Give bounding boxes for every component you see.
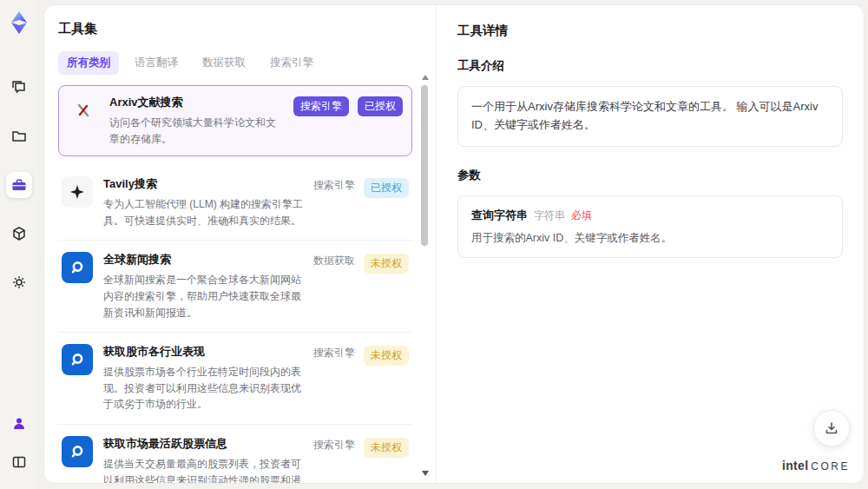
tool-description: 提供股票市场各个行业在特定时间段内的表现。投资者可以利用这些信息来识别表现优于或… [103, 364, 303, 413]
tool-description: 专为人工智能代理 (LLM) 构建的搜索引擎工具。可快速提供实时、准确和真实的结… [103, 196, 303, 228]
user-avatar[interactable] [6, 411, 32, 437]
intro-box: 一个用于从Arxiv存储库搜索科学论文和文章的工具。 输入可以是Arxiv ID… [457, 86, 843, 147]
tool-name: 获取市场最活跃股票信息 [103, 436, 303, 452]
app-sidebar [0, 0, 38, 489]
sidebar-item-settings[interactable] [6, 269, 32, 295]
category-label: 数据获取 [313, 254, 355, 268]
download-button[interactable] [813, 410, 850, 446]
intel-core-logo: intel CORE [782, 459, 850, 472]
param-required-badge: 必填 [571, 208, 592, 223]
category-label: 搜索引擎 [313, 178, 355, 193]
intro-text: 一个用于从Arxiv存储库搜索科学论文和文章的工具。 输入可以是Arxiv ID… [471, 98, 829, 135]
param-box: 查询字符串 字符串 必填 用于搜索的Arxiv ID、关键字或作者姓名。 [457, 195, 843, 258]
collapse-panel-button[interactable] [6, 449, 32, 475]
tool-description: 提供当天交易量最高的股票列表，投资者可以利用这些信息来识别流动性强的股票和潜在的… [103, 456, 303, 484]
tool-list-item-tavily[interactable]: Tavily搜索 专为人工智能代理 (LLM) 构建的搜索引擎工具。可快速提供实… [58, 165, 412, 241]
category-label: 搜索引擎 [313, 346, 355, 360]
tavily-logo-icon [62, 176, 93, 208]
tool-name: 全球新闻搜索 [103, 252, 303, 268]
tab-data-fetch[interactable]: 数据获取 [194, 51, 254, 75]
tab-all-categories[interactable]: 所有类别 [58, 51, 119, 75]
gear-icon [10, 274, 28, 291]
list-scrollbar[interactable] [420, 73, 429, 478]
page-title: 工具集 [58, 21, 412, 37]
tool-description: 全球新闻搜索是一个聚合全球各大新闻网站内容的搜索引擎，帮助用户快速获取全球最新资… [103, 272, 303, 320]
brand-secondary: CORE [811, 460, 850, 472]
briefcase-icon [10, 176, 28, 194]
tool-list-item-most-active-stocks[interactable]: 获取市场最活跃股票信息 提供当天交易量最高的股票列表，投资者可以利用这些信息来识… [58, 425, 412, 484]
finance-logo-icon [62, 344, 93, 375]
tool-name: Tavily搜索 [103, 176, 303, 192]
tool-list-item-arxiv[interactable]: Arxiv文献搜索 访问各个研究领域大量科学论文和文章的存储库。 搜索引擎 已授… [58, 85, 412, 156]
category-label: 搜索引擎 [313, 438, 355, 453]
cube-icon [10, 225, 28, 242]
intro-heading: 工具介绍 [457, 58, 843, 74]
download-icon [824, 420, 839, 436]
app-logo-icon [8, 10, 30, 35]
tool-list-item-sector-performance[interactable]: 获取股市各行业表现 提供股票市场各个行业在特定时间段内的表现。投资者可以利用这些… [58, 333, 412, 425]
brand-primary: intel [782, 459, 808, 472]
tool-description: 访问各个研究领域大量科学论文和文章的存储库。 [109, 115, 283, 147]
param-description: 用于搜索的Arxiv ID、关键字或作者姓名。 [471, 231, 829, 246]
auth-status-badge: 未授权 [364, 438, 409, 458]
tool-list-item-global-news[interactable]: 全球新闻搜索 全球新闻搜索是一个聚合全球各大新闻网站内容的搜索引擎，帮助用户快速… [58, 241, 412, 333]
category-tabs: 所有类别 语言翻译 数据获取 搜索引擎 [58, 51, 412, 75]
sidebar-item-chat[interactable] [6, 75, 32, 101]
sidebar-item-files[interactable] [6, 123, 32, 149]
finance-logo-icon [62, 436, 93, 467]
chat-icon [10, 79, 28, 96]
sidebar-item-models[interactable] [6, 221, 32, 247]
auth-status-badge: 已授权 [358, 96, 403, 116]
param-type: 字符串 [534, 208, 565, 223]
param-name: 查询字符串 [471, 208, 528, 223]
auth-status-badge: 已授权 [364, 178, 409, 198]
tool-name: 获取股市各行业表现 [103, 344, 303, 360]
news-search-logo-icon [62, 252, 93, 283]
detail-title: 工具详情 [457, 23, 843, 39]
category-badge: 搜索引擎 [293, 96, 349, 116]
auth-status-badge: 未授权 [364, 254, 409, 274]
main-content: 工具集 所有类别 语言翻译 数据获取 搜索引擎 Arxiv文献搜索 访问各个研究… [43, 4, 865, 484]
auth-status-badge: 未授权 [364, 346, 409, 366]
tab-language-translation[interactable]: 语言翻译 [126, 51, 187, 75]
tool-list-panel: 工具集 所有类别 语言翻译 数据获取 搜索引擎 Arxiv文献搜索 访问各个研究… [44, 5, 435, 483]
scroll-down-arrow[interactable] [422, 471, 429, 476]
sidebar-item-tools[interactable] [6, 172, 32, 198]
scroll-up-arrow[interactable] [422, 75, 429, 80]
arxiv-logo-icon [68, 95, 99, 126]
tool-name: Arxiv文献搜索 [109, 95, 283, 110]
tool-detail-panel: 工具详情 工具介绍 一个用于从Arxiv存储库搜索科学论文和文章的工具。 输入可… [436, 5, 864, 483]
panel-layout-icon [11, 454, 27, 470]
tab-search-engine[interactable]: 搜索引擎 [261, 51, 322, 75]
params-heading: 参数 [457, 168, 843, 183]
scrollbar-thumb[interactable] [421, 85, 428, 246]
folder-icon [10, 128, 28, 145]
user-icon [11, 416, 27, 432]
